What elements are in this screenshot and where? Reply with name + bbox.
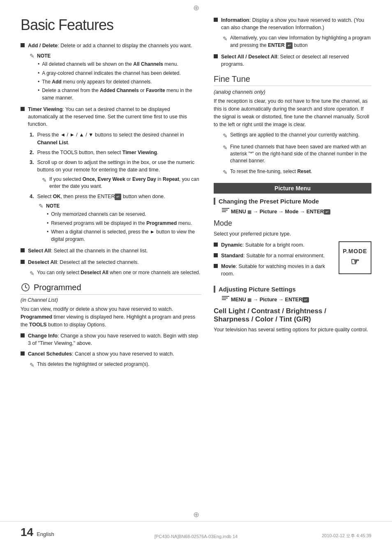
add-delete-section: Add / Delete: Delete or add a channel to… [21,42,201,102]
dynamic-item: Dynamic: Suitable for a bright room. [214,241,334,249]
page-language: English [37,531,54,537]
information-note: ✎ Alternatively, you can view Informatio… [223,35,371,49]
menu-path-icon [222,208,229,214]
deselect-note: ✎ You can only select Deselect All when … [30,269,201,277]
bullet-icon [21,248,25,252]
standard-item: Standard: Suitable for a normal environm… [214,252,334,259]
bullet-icon [21,260,25,264]
bullet-icon [21,107,25,111]
fine-tune-note-2: ✎ Fine tuned channels that have been sav… [223,143,371,165]
select-all-section: Select All: Select all the channels in t… [21,247,201,254]
step-3: 3. Scroll up or down to adjust the setti… [30,159,201,173]
timer-viewing-steps: 1. Press the ◄ / ► / ▲ / ▼ buttons to se… [30,131,201,243]
changing-preset-path: MENU ▦ → Picture → Mode → ENTER↵ [222,208,371,215]
timer-viewing-section: Timer Viewing: You can set a desired cha… [21,106,201,243]
svg-rect-2 [222,210,228,210]
timer-viewing-text: Timer Viewing: You can set a desired cha… [28,106,201,128]
adjusting-heading: Adjusting Picture Settings [219,286,371,293]
cancel-schedules-item: Cancel Schedules: Cancel a show you have… [21,350,201,358]
step-3-note: ✎ If you selected Once, Every Week or Ev… [42,176,201,190]
bullet-icon [21,333,25,337]
step-4: 4. Select OK, then press the ENTER↵ butt… [30,193,201,201]
pencil-icon: ✎ [30,53,35,59]
movie-item: Movie: Suitable for watching movies in a… [214,263,334,277]
page-number-box: 14 English [21,526,54,539]
pencil-icon: ✎ [42,176,47,190]
note-item: • The Add menu only appears for deleted … [38,79,201,85]
programmed-section: Programmed (in Channel List) You can vie… [21,282,201,369]
mode-text: Dynamic: Suitable for a bright room. Sta… [214,241,334,281]
changing-preset-section: Changing the Preset Picture Mode [214,198,371,205]
fine-tune-note-1: ✎ Settings are applied to the channel yo… [223,132,371,140]
fine-tune-heading: Fine Tune [214,74,371,86]
programmed-subtitle: (in Channel List) [21,297,201,303]
crosshair-bottom-icon: ⊕ [192,510,200,518]
bullet-icon [214,243,218,247]
menu-path-icon-2 [222,296,229,302]
fine-tune-body: If the reception is clear, you do not ha… [214,97,371,128]
menu-icon-2 [222,296,229,303]
left-column: Basic Features Add / Delete: Delete or a… [21,16,201,373]
programmed-body: You can view, modify or delete a show yo… [21,305,201,328]
page-title: Basic Features [21,16,201,34]
pencil-icon: ✎ [223,143,228,165]
page-number: 14 [21,526,33,539]
bullet-icon [214,54,218,58]
note-item: • Delete a channel from the Added Channe… [38,87,201,102]
footer-date: 2010-02-12 오후 4:45:39 [322,533,371,539]
svg-rect-5 [222,298,228,298]
note-item: • Reserved programs will be displayed in… [47,220,201,227]
note-item: • A gray-colored channel indicates the c… [38,70,201,77]
add-delete-note: ✎ NOTE • All deleted channels will be sh… [30,53,201,102]
programmed-title: Programmed [21,282,201,295]
mode-heading: Mode [214,219,371,228]
deselect-all-text: Deselect All: Deselect all the selected … [28,259,201,266]
select-deselect-all-section: Select All / Deselect All: Select or des… [214,53,371,68]
bullet-icon [21,351,25,356]
fine-tune-note-3: ✎ To reset the fine-tuning, select Reset… [223,168,371,176]
information-section: Information: Display a show you have res… [214,16,371,49]
bullet-icon [214,18,218,22]
cell-light-heading: Cell Light / Contrast / Brightness /Shar… [214,307,371,323]
pmode-label: P.MODE [343,248,367,254]
pencil-icon: ✎ [39,203,44,209]
svg-rect-1 [222,208,229,209]
pencil-icon: ✎ [30,361,35,369]
note-item: • All deleted channels will be shown on … [38,61,201,68]
mode-section: Dynamic: Suitable for a bright room. Sta… [214,241,371,281]
svg-rect-3 [222,211,226,212]
select-all-text: Select All: Select all the channels in t… [28,247,201,254]
crosshair-top-icon: ⊕ [192,3,200,12]
adjusting-section: Adjusting Picture Settings [214,286,371,293]
pencil-icon: ✎ [30,269,35,277]
step-1: 1. Press the ◄ / ► / ▲ / ▼ buttons to se… [30,131,201,146]
bullet-icon [214,264,218,268]
picture-menu-banner: Picture Menu [214,183,371,194]
step-4-note: ✎ NOTE • Only memorized channels can be … [39,203,201,243]
select-deselect-text: Select All / Deselect All: Select or des… [221,53,371,68]
pencil-icon: ✎ [223,132,228,140]
svg-rect-4 [222,296,229,297]
right-column: Information: Display a show you have res… [214,16,371,373]
hand-icon: ☞ [350,256,360,268]
deselect-all-section: Deselect All: Deselect all the selected … [21,259,201,277]
pencil-icon: ✎ [223,168,228,176]
fine-tune-subtitle: (analog channels only) [214,89,371,95]
add-delete-text: Add / Delete: Delete or add a channel to… [28,42,201,49]
pmode-image: P.MODE ☞ [339,241,371,281]
pencil-icon: ✎ [223,35,228,49]
information-text: Information: Display a show you have res… [221,16,371,31]
bullet-icon [214,253,218,257]
note-item: • When a digital channel is selected, pr… [47,229,201,243]
change-info-item: Change Info: Change a show you have rese… [21,332,201,347]
menu-icon [222,208,229,215]
note-item: • Only memorized channels can be reserve… [47,211,201,218]
cell-light-body: Your television has several setting opti… [214,326,371,334]
step-2: 2. Press the TOOLS button, then select T… [30,149,201,156]
page: ⊕ Basic Features Add / Delete: Delete or… [0,0,392,543]
bullet-icon [21,43,25,47]
changing-preset-heading: Changing the Preset Picture Mode [219,198,371,205]
adjusting-path: MENU ▦ → Picture → ENTER↵ [222,296,371,303]
cancel-schedules-note: ✎ This deletes the highlighted or select… [30,361,201,369]
footer: 14 English [PC430-NA]BN68-02576A-03Eng.i… [0,521,392,543]
